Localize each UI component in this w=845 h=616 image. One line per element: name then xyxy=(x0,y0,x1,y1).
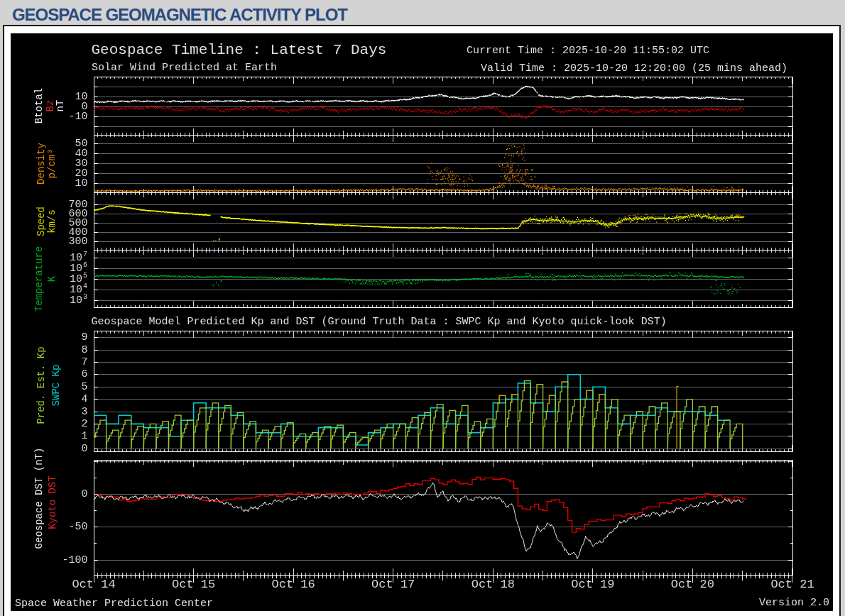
svg-text:4: 4 xyxy=(83,282,87,290)
svg-text:10: 10 xyxy=(70,295,82,307)
svg-text:Oct 21: Oct 21 xyxy=(770,578,814,591)
svg-text:km/s: km/s xyxy=(46,209,58,233)
svg-text:5: 5 xyxy=(83,272,87,280)
svg-text:7: 7 xyxy=(83,251,87,258)
svg-text:50: 50 xyxy=(75,138,87,150)
svg-text:Oct 18: Oct 18 xyxy=(471,578,515,591)
svg-text:Oct 15: Oct 15 xyxy=(172,578,215,591)
svg-text:Btotal: Btotal xyxy=(33,88,45,123)
svg-text:0: 0 xyxy=(81,488,87,500)
svg-text:Valid Time : 2025-10-20 12:20:: Valid Time : 2025-10-20 12:20:00 (25 min… xyxy=(481,62,787,75)
svg-text:SWPC Kp: SWPC Kp xyxy=(50,365,62,407)
svg-text:p/cm³: p/cm³ xyxy=(46,148,58,178)
svg-text:6: 6 xyxy=(83,261,87,269)
svg-text:-100: -100 xyxy=(62,554,87,566)
svg-text:10: 10 xyxy=(70,252,82,264)
svg-text:1: 1 xyxy=(81,430,87,442)
svg-text:Current Time : 2025-10-20 11:5: Current Time : 2025-10-20 11:55:02 UTC xyxy=(467,45,709,57)
svg-text:Temperature: Temperature xyxy=(33,246,45,312)
svg-text:7: 7 xyxy=(81,356,87,368)
svg-text:Version 2.0: Version 2.0 xyxy=(759,597,829,609)
svg-text:9: 9 xyxy=(81,331,87,343)
svg-text:6: 6 xyxy=(81,368,87,380)
svg-text:8: 8 xyxy=(81,344,87,356)
svg-text:Oct 19: Oct 19 xyxy=(571,578,614,591)
svg-text:Oct 16: Oct 16 xyxy=(271,578,315,591)
svg-text:10: 10 xyxy=(70,273,82,285)
svg-text:K: K xyxy=(46,275,58,282)
svg-text:Geospace Model Predicted Kp an: Geospace Model Predicted Kp and DST (Gro… xyxy=(92,316,667,328)
svg-text:2: 2 xyxy=(81,418,87,430)
svg-text:Kyoto DST: Kyoto DST xyxy=(47,475,58,529)
svg-text:700: 700 xyxy=(68,199,87,211)
svg-text:Oct 14: Oct 14 xyxy=(72,578,115,591)
svg-text:Oct 20: Oct 20 xyxy=(671,578,714,591)
svg-text:-50: -50 xyxy=(68,521,87,533)
svg-text:-10: -10 xyxy=(68,111,87,123)
svg-text:Geospace Timeline : Latest 7 D: Geospace Timeline : Latest 7 Days xyxy=(92,42,387,58)
svg-text:4: 4 xyxy=(81,393,87,405)
svg-text:Pred. Est. Kp: Pred. Est. Kp xyxy=(36,346,47,424)
svg-text:Space Weather Prediction Cente: Space Weather Prediction Center xyxy=(15,598,213,610)
svg-text:Geospace DST (nT): Geospace DST (nT) xyxy=(33,448,45,549)
svg-text:Oct 17: Oct 17 xyxy=(371,578,415,591)
svg-text:5: 5 xyxy=(81,381,87,393)
svg-text:Solar Wind Predicted at Earth: Solar Wind Predicted at Earth xyxy=(92,62,277,74)
svg-text:10: 10 xyxy=(70,263,82,275)
svg-text:nT: nT xyxy=(55,100,66,112)
svg-text:0: 0 xyxy=(81,443,87,455)
svg-text:10: 10 xyxy=(70,284,82,296)
svg-text:3: 3 xyxy=(81,406,87,418)
svg-text:3: 3 xyxy=(83,293,87,301)
